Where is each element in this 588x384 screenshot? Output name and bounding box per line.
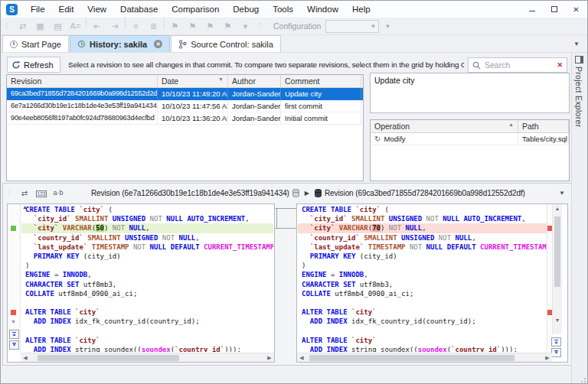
column-header-path[interactable]: Path [518, 120, 569, 132]
maximize-button[interactable] [543, 1, 565, 18]
sql-code-right[interactable]: CREATE TABLE `city` ( `city_id` SMALLINT… [298, 205, 551, 352]
scrollbar-thumb[interactable] [38, 355, 179, 361]
gutter-scroll-icon[interactable]: ▼ [11, 319, 16, 324]
word-compare-icon[interactable]: a·b [50, 189, 67, 197]
column-header-author[interactable]: Author [228, 75, 281, 87]
text-compare-icon[interactable]: A= [67, 18, 84, 35]
horizontal-scrollbar[interactable]: ◀ ▶ [297, 353, 552, 362]
sort-desc-icon: ▼ [218, 76, 224, 82]
scroll-down-icon[interactable]: ▼ [553, 316, 562, 325]
previous-difference-icon[interactable]: ⇤ [88, 18, 106, 35]
previous-bookmark-icon[interactable]: ⚑ [184, 18, 201, 35]
revision-row[interactable]: 90e4eeb8056f8197ab0fc924d78680963d4ecfbd… [7, 112, 363, 125]
cell-author: Jordan-Sanders [228, 112, 281, 124]
column-header-operation[interactable]: Operation▲ [371, 120, 518, 132]
menu-item-database[interactable]: Database [113, 1, 165, 18]
menu-item-file[interactable]: File [24, 1, 52, 18]
column-header-comment[interactable]: Comment [281, 75, 361, 87]
code-line: ADD INDEX idx_fk_country_id(country_id); [21, 317, 273, 326]
sql-code-left[interactable]: CREATE TABLE `city` ( `city_id` SMALLINT… [21, 205, 273, 352]
tab-label: Start Page [21, 40, 61, 49]
source-database-icon[interactable] [292, 189, 299, 197]
tab-list-dropdown[interactable]: ▼ [573, 41, 580, 47]
tab-close-icon[interactable]: ✕ [154, 40, 162, 48]
format-icon[interactable]: ≣ [145, 18, 162, 35]
operation-row[interactable]: ↻ModifyTables/city.sql [371, 133, 569, 145]
code-line [21, 326, 273, 335]
tab-source-control-sakila[interactable]: Source Control: sakila [171, 35, 281, 52]
configuration-dropdown-button[interactable]: ▼ [381, 20, 394, 33]
column-header-date[interactable]: Date▼ [158, 75, 228, 87]
minimize-button[interactable] [521, 1, 543, 18]
menu-item-comparison[interactable]: Comparison [165, 1, 226, 18]
change-marker-green[interactable] [11, 226, 16, 231]
menu-item-debug[interactable]: Debug [226, 1, 266, 18]
target-database-icon[interactable] [315, 189, 322, 197]
project-explorer-tab[interactable]: Project Explorer [574, 56, 583, 128]
column-header-revision[interactable]: Revision [7, 75, 158, 87]
apply-direction-icon[interactable]: ▶ [305, 190, 309, 197]
code-line: ADD INDEX idx_fk_country_id(country_id); [298, 317, 551, 326]
code-line: `city` VARCHAR(70) NOT NULL, [298, 223, 551, 233]
title-bar: S FileEditViewDatabaseComparisonDebugToo… [1, 1, 587, 18]
tab-history-sakila[interactable]: History: sakila ✕ [70, 35, 170, 52]
close-button[interactable]: ✕ [565, 1, 587, 18]
refresh-button[interactable]: Refresh [7, 57, 60, 73]
menu-item-window[interactable]: Window [300, 1, 345, 18]
scrollbar-thumb[interactable] [554, 216, 560, 287]
synchronize-icon[interactable]: ⇄ [16, 189, 33, 197]
code-line: `last_update` TIMESTAMP NOT NULL DEFAULT… [298, 242, 551, 252]
next-change-button[interactable]: ▼ [9, 340, 19, 350]
menu-item-help[interactable]: Help [345, 1, 377, 18]
indent-icon[interactable]: ≡ [127, 18, 145, 35]
revision-row[interactable]: 6e7a1266d30b19e1c18b1de4e3e53ff19a941434… [7, 100, 363, 112]
toolbar-grip[interactable]: ⋮ [3, 190, 16, 196]
menu-item-tools[interactable]: Tools [266, 1, 300, 18]
scroll-up-icon[interactable]: ▲ [553, 204, 562, 213]
change-marker-red[interactable] [11, 310, 16, 315]
previous-change-button[interactable]: ▲ [9, 330, 19, 339]
line-numbers-icon[interactable]: 123 [33, 189, 50, 197]
diff-pane-right[interactable]: CREATE TABLE `city` ( `city_id` SMALLINT… [296, 203, 568, 363]
scroll-right-icon[interactable]: ▶ [265, 353, 274, 363]
revision-row[interactable]: 69ca3bed71855d7284201669b0a998d12552d2df… [7, 88, 363, 100]
menu-item-edit[interactable]: Edit [52, 1, 81, 18]
diff-options-dropdown[interactable]: ▼ [559, 190, 565, 197]
cell-comment: Initial commit [281, 112, 361, 124]
toolbar-grip[interactable]: ⋮ [254, 23, 267, 29]
cell-path: Tables/city.sql [518, 133, 569, 145]
toolbar-grip[interactable]: ⋮ [1, 23, 14, 29]
code-line: CHARACTER SET utf8mb3, [298, 280, 551, 289]
configuration-label: Configuration [273, 21, 321, 31]
code-line: `country_id` SMALLINT UNSIGNED NOT NULL, [298, 233, 551, 242]
scroll-left-icon[interactable]: ◀ [21, 353, 30, 363]
clear-bookmarks-icon[interactable]: ⚑ [219, 18, 237, 35]
scroll-left-icon[interactable]: ◀ [297, 353, 306, 363]
cell-author: Jordan-Sanders [228, 100, 281, 112]
configuration-combobox[interactable]: ▼ [325, 20, 379, 33]
diff-pane-left[interactable]: ▲ CREATE TABLE `city` ( `city_id` SMALLI… [7, 203, 275, 363]
toggle-bookmark-icon[interactable]: ⚑ [166, 18, 184, 35]
vertical-scrollbar[interactable]: ▲ ▼ [552, 204, 562, 334]
schema-compare-icon[interactable]: ▤ [49, 18, 67, 35]
next-difference-icon[interactable]: ⇥ [106, 18, 123, 35]
clear-search-icon[interactable]: ✕ [557, 61, 563, 69]
compare-databases-icon[interactable]: ⇄ [14, 18, 31, 35]
diff-panel: ⋮ ⇄ 123 a·b Revision (6e7a1266d30b19e1c1… [2, 183, 572, 366]
next-change-button[interactable]: ▼ [551, 348, 561, 357]
code-line [298, 326, 551, 335]
code-line: ALTER TABLE `city` [298, 336, 551, 345]
scrollbar-thumb[interactable] [309, 355, 514, 361]
resize-grip[interactable] [579, 376, 586, 382]
cell-revision: 6e7a1266d30b19e1c18b1de4e3e53ff19a941434 [7, 100, 158, 112]
scroll-right-icon[interactable]: ▶ [543, 353, 552, 363]
toolbar-overflow-icon[interactable]: ▾ [237, 18, 254, 35]
horizontal-scrollbar[interactable]: ◀ ▶ [21, 353, 274, 362]
data-compare-icon[interactable]: ▦ [31, 18, 49, 35]
search-input[interactable] [485, 60, 553, 70]
next-bookmark-icon[interactable]: ⚑ [201, 18, 219, 35]
previous-change-button[interactable]: ▲ [551, 337, 561, 347]
menu-item-view[interactable]: View [80, 1, 113, 18]
code-line: CHARACTER SET utf8mb3, [21, 280, 273, 289]
tab-start-page[interactable]: Start Page [2, 35, 69, 52]
